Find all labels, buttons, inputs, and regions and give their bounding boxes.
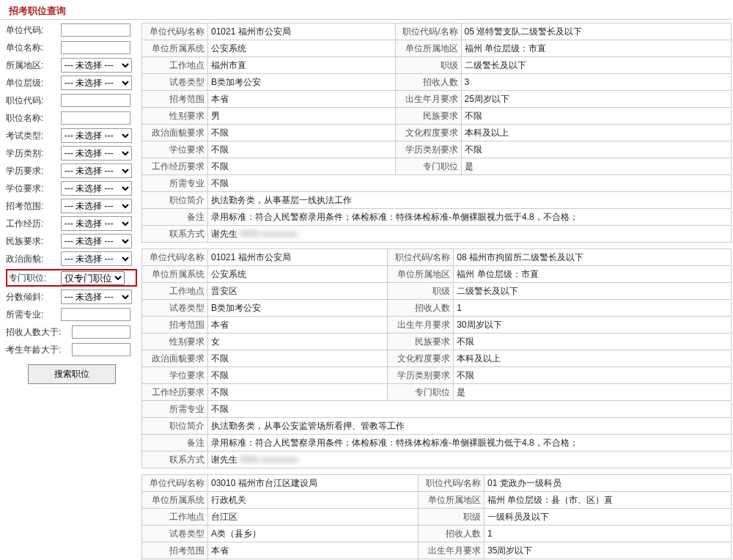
pos-code-label: 职位代码: <box>6 95 61 107</box>
field-value: 晋安区 <box>208 283 388 300</box>
field-value: 不限 <box>208 350 388 367</box>
field-value: 录用标准：符合人民警察录用条件；体检标准：特殊体检标准-单侧裸眼视力低于4.8，… <box>208 435 732 452</box>
field-label: 政治面貌要求 <box>142 125 208 141</box>
field-label: 学位要求 <box>142 367 208 384</box>
major-input[interactable] <box>61 308 130 321</box>
unit-level-select[interactable]: --- 未选择 --- <box>61 75 132 90</box>
page-title: 招考职位查询 <box>1 1 732 20</box>
field-label: 学历类别要求 <box>388 367 454 384</box>
edu-cat-select[interactable]: --- 未选择 --- <box>61 146 132 161</box>
field-value: 女 <box>208 334 388 350</box>
field-label: 试卷类型 <box>142 526 208 542</box>
recruit-range-label: 招考范围: <box>6 200 61 213</box>
field-label: 备注 <box>142 435 208 452</box>
job-card: 单位代码/名称03010 福州市台江区建设局职位代码/名称01 党政办一级科员单… <box>141 474 732 560</box>
field-label: 出生年月要求 <box>419 542 485 559</box>
field-label: 单位所属系统 <box>142 492 208 509</box>
field-label: 职位代码/名称 <box>419 475 485 492</box>
special-pos-select[interactable]: 仅专门职位 <box>61 271 125 285</box>
field-value: 福州 单位层级：县（市、区）直 <box>485 492 732 509</box>
field-label: 职级 <box>388 283 454 300</box>
field-label: 职级 <box>395 57 461 74</box>
recruit-num-input[interactable] <box>72 325 130 339</box>
field-label: 政治面貌要求 <box>142 350 208 367</box>
field-label: 性别要求 <box>142 108 208 125</box>
recruit-range-select[interactable]: --- 未选择 --- <box>61 199 132 213</box>
field-label: 学历类别要求 <box>395 141 461 158</box>
field-value: 福州市直 <box>208 57 396 74</box>
age-label: 考生年龄大于: <box>6 344 72 356</box>
field-label: 工作经历要求 <box>142 384 208 401</box>
field-value: 本省 <box>208 91 396 108</box>
field-value: 01021 福州市公安局 <box>208 249 388 266</box>
work-exp-select[interactable]: --- 未选择 --- <box>61 216 132 231</box>
field-label: 文化程度要求 <box>388 350 454 367</box>
results-area: 单位代码/名称01021 福州市公安局职位代码/名称05 巡特警支队二级警长及以… <box>141 23 732 560</box>
field-value: 不限 <box>454 334 732 350</box>
field-label: 单位所属系统 <box>142 266 208 283</box>
edu-req-select[interactable]: --- 未选择 --- <box>61 163 132 178</box>
field-label: 专门职位 <box>388 384 454 401</box>
field-label: 所需专业 <box>142 401 208 418</box>
field-label: 工作地点 <box>142 509 208 526</box>
field-value: 台江区 <box>208 509 419 526</box>
degree-req-select[interactable]: --- 未选择 --- <box>61 181 132 196</box>
score-tilt-label: 分数倾斜: <box>6 291 61 303</box>
field-value: 本省 <box>208 317 388 334</box>
major-label: 所需专业: <box>6 309 61 321</box>
field-value: 男 <box>208 108 396 125</box>
field-value: 不限 <box>454 367 732 384</box>
age-input[interactable] <box>72 343 130 356</box>
field-value: 不限 <box>208 125 396 141</box>
field-value: A类（县乡） <box>208 526 419 542</box>
field-value: 不限 <box>461 141 731 158</box>
field-value: 不限 <box>208 158 396 175</box>
field-label: 专门职位 <box>395 158 461 175</box>
region-select[interactable]: --- 未选择 --- <box>61 58 132 73</box>
field-value: 不限 <box>208 401 732 418</box>
field-label: 学位要求 <box>142 141 208 158</box>
unit-code-input[interactable] <box>61 23 130 37</box>
field-label: 单位所属系统 <box>142 40 208 57</box>
field-label: 工作地点 <box>142 283 208 300</box>
field-label: 出生年月要求 <box>395 91 461 108</box>
field-label: 招收人数 <box>419 526 485 542</box>
field-value: 本省 <box>208 542 419 559</box>
search-sidebar: 单位代码: 单位名称: 所属地区: --- 未选择 --- 单位层级: --- … <box>1 23 137 560</box>
degree-req-label: 学位要求: <box>6 183 61 195</box>
field-value: 01021 福州市公安局 <box>208 23 396 40</box>
pos-name-input[interactable] <box>61 111 130 125</box>
field-label: 单位所属地区 <box>395 40 461 57</box>
field-label: 单位代码/名称 <box>142 23 208 40</box>
field-value: 30周岁以下 <box>454 317 732 334</box>
field-value: 35周岁以下 <box>485 542 732 559</box>
recruit-num-label: 招收人数大于: <box>6 326 72 339</box>
field-value: 行政机关 <box>208 492 419 509</box>
field-label: 联系方式 <box>142 452 208 468</box>
field-label: 招收人数 <box>395 74 461 91</box>
pos-name-label: 职位名称: <box>6 112 61 125</box>
field-label: 单位代码/名称 <box>142 475 208 492</box>
field-value: 25周岁以下 <box>461 91 731 108</box>
field-value: 05 巡特警支队二级警长及以下 <box>461 23 731 40</box>
field-value: 执法勤务类，从事基层一线执法工作 <box>208 192 732 209</box>
pos-code-input[interactable] <box>61 94 130 107</box>
politics-select[interactable]: --- 未选择 --- <box>61 251 132 266</box>
exam-type-select[interactable]: --- 未选择 --- <box>61 128 132 143</box>
field-label: 工作地点 <box>142 57 208 74</box>
field-value: 1 <box>485 526 732 542</box>
search-button[interactable]: 搜索职位 <box>28 364 116 384</box>
field-label: 招考范围 <box>142 317 208 334</box>
score-tilt-select[interactable]: --- 未选择 --- <box>61 290 132 304</box>
special-pos-highlight: 专门职位: 仅专门职位 <box>6 269 137 287</box>
unit-code-label: 单位代码: <box>6 24 61 37</box>
field-value: B类加考公安 <box>208 74 396 91</box>
field-value: 一级科员及以下 <box>485 509 732 526</box>
field-label: 职位简介 <box>142 418 208 435</box>
field-value: 08 福州市拘留所二级警长及以下 <box>454 249 732 266</box>
field-label: 出生年月要求 <box>388 317 454 334</box>
field-value: 执法勤务类，从事公安监管场所看押、管教等工作 <box>208 418 732 435</box>
unit-name-input[interactable] <box>61 41 130 54</box>
exam-type-label: 考试类型: <box>6 130 61 142</box>
ethnic-req-select[interactable]: --- 未选择 --- <box>61 234 132 248</box>
